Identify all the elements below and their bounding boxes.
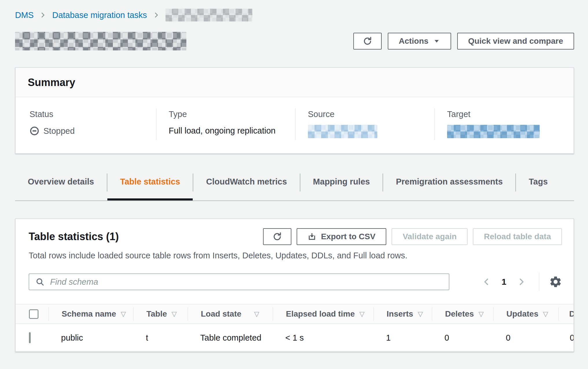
cell-schema-name: public xyxy=(48,333,133,343)
tab-overview-details[interactable]: Overview details xyxy=(15,171,107,200)
chevron-right-icon xyxy=(153,12,160,19)
summary-card: Summary Status Stopped Type Full load, o… xyxy=(15,67,574,154)
pagination: 1 xyxy=(482,273,562,291)
cell-load-state: Table completed xyxy=(188,333,273,343)
cell-table: t xyxy=(133,333,188,343)
pagination-divider xyxy=(539,273,539,291)
target-endpoint-redacted-link[interactable] xyxy=(447,125,540,138)
cell-updates: 0 xyxy=(493,333,558,343)
column-header-inserts[interactable]: Inserts▽ xyxy=(373,307,432,321)
column-header-deletes[interactable]: Deletes▽ xyxy=(432,307,493,321)
chevron-right-icon xyxy=(39,12,46,19)
select-all-checkbox[interactable] xyxy=(29,309,38,319)
source-endpoint-redacted-link[interactable] xyxy=(308,125,377,138)
table-refresh-button[interactable] xyxy=(263,228,291,245)
refresh-icon xyxy=(363,36,372,46)
chevron-left-icon xyxy=(482,277,491,286)
dms-task-page: DMS Database migration tasks Actions Qui… xyxy=(0,0,588,352)
reload-table-data-label: Reload table data xyxy=(484,232,551,241)
summary-field-status: Status Stopped xyxy=(16,108,156,140)
sort-icon: ▽ xyxy=(172,310,177,318)
cell-deletes: 0 xyxy=(432,333,493,343)
table-statistics-panel: Table statistics (1) Export to CSV Valid… xyxy=(15,218,574,352)
breadcrumb-tasks-link[interactable]: Database migration tasks xyxy=(52,10,147,20)
page-header: Actions Quick view and compare xyxy=(15,32,574,50)
column-header-elapsed-load-time[interactable]: Elapsed load time▽ xyxy=(273,307,373,321)
download-icon xyxy=(308,232,316,241)
sort-icon: ▽ xyxy=(418,310,423,318)
summary-field-target: Target xyxy=(434,108,574,140)
breadcrumb-task-name-redacted xyxy=(166,9,252,21)
quick-view-button-label: Quick view and compare xyxy=(468,36,563,46)
cell-elapsed-load-time: < 1 s xyxy=(273,333,373,343)
tab-table-statistics[interactable]: Table statistics xyxy=(107,171,193,200)
breadcrumb: DMS Database migration tasks xyxy=(15,8,574,22)
column-header-load-state[interactable]: Load state▽ xyxy=(188,307,273,321)
table-row: public t Table completed < 1 s 1 0 0 0 xyxy=(16,324,574,351)
validate-again-button[interactable]: Validate again xyxy=(392,228,468,245)
tab-tags[interactable]: Tags xyxy=(516,171,561,200)
table-statistics-buttons: Export to CSV Validate again Reload tabl… xyxy=(263,228,562,245)
summary-body: Status Stopped Type Full load, ongoing r… xyxy=(16,97,574,153)
search-icon xyxy=(36,277,44,286)
chevron-right-icon xyxy=(517,277,526,286)
summary-title: Summary xyxy=(28,76,562,89)
validate-again-label: Validate again xyxy=(403,232,457,241)
reload-table-data-button[interactable]: Reload table data xyxy=(473,228,562,245)
page-header-actions: Actions Quick view and compare xyxy=(353,33,574,50)
summary-field-source: Source xyxy=(295,108,434,140)
refresh-button[interactable] xyxy=(353,33,382,50)
select-all-checkbox-cell xyxy=(16,307,48,321)
source-label: Source xyxy=(308,109,423,119)
table-statistics-description: Total rows include loaded source table r… xyxy=(16,251,574,260)
cell-ddls-clipped: 0 xyxy=(558,333,574,343)
find-schema-search-box xyxy=(29,273,449,290)
column-header-updates[interactable]: Updates▽ xyxy=(493,307,558,321)
sort-icon: ▽ xyxy=(254,310,259,318)
column-header-table[interactable]: Table▽ xyxy=(133,307,188,321)
page-title-redacted xyxy=(15,32,186,50)
cell-inserts: 1 xyxy=(373,333,432,343)
row-checkbox[interactable] xyxy=(29,332,31,343)
sort-icon: ▽ xyxy=(479,310,484,318)
quick-view-and-compare-button[interactable]: Quick view and compare xyxy=(457,33,574,50)
sort-icon: ▽ xyxy=(359,310,365,318)
tab-cloudwatch-metrics[interactable]: CloudWatch metrics xyxy=(193,171,299,200)
column-header-ddls-clipped[interactable]: D xyxy=(558,307,574,321)
table-header-row: Schema name▽ Table▽ Load state▽ Elapsed … xyxy=(16,304,574,324)
actions-button[interactable]: Actions xyxy=(388,33,451,50)
find-schema-input[interactable] xyxy=(49,274,442,290)
table-settings-button[interactable] xyxy=(549,275,562,288)
caret-down-icon xyxy=(433,38,440,45)
tab-mapping-rules[interactable]: Mapping rules xyxy=(300,171,383,200)
table-statistics-title: Table statistics (1) xyxy=(29,231,119,243)
pagination-previous-button[interactable] xyxy=(482,277,491,286)
stopped-status-icon xyxy=(30,126,39,136)
sort-icon: ▽ xyxy=(543,310,548,318)
pagination-next-button[interactable] xyxy=(517,277,526,286)
target-label: Target xyxy=(447,109,562,119)
task-detail-tabs: Overview details Table statistics CloudW… xyxy=(15,171,574,201)
breadcrumb-dms-link[interactable]: DMS xyxy=(15,10,34,20)
summary-field-type: Type Full load, ongoing replication xyxy=(156,108,295,140)
table-statistics-table: Schema name▽ Table▽ Load state▽ Elapsed … xyxy=(16,304,574,351)
type-value: Full load, ongoing replication xyxy=(169,126,284,136)
pagination-current-page[interactable]: 1 xyxy=(501,277,506,287)
export-to-csv-label: Export to CSV xyxy=(321,232,375,241)
sort-icon: ▽ xyxy=(121,310,126,318)
refresh-icon xyxy=(272,232,282,242)
tab-premigration-assessments[interactable]: Premigration assessments xyxy=(383,171,515,200)
column-header-schema-name[interactable]: Schema name▽ xyxy=(48,307,133,321)
gear-icon xyxy=(549,275,562,288)
status-label: Status xyxy=(30,109,144,119)
status-value: Stopped xyxy=(43,126,75,136)
actions-button-label: Actions xyxy=(399,36,429,46)
summary-card-header: Summary xyxy=(16,68,574,97)
export-to-csv-button[interactable]: Export to CSV xyxy=(297,228,386,245)
row-checkbox-cell xyxy=(16,333,48,343)
type-label: Type xyxy=(169,109,284,119)
